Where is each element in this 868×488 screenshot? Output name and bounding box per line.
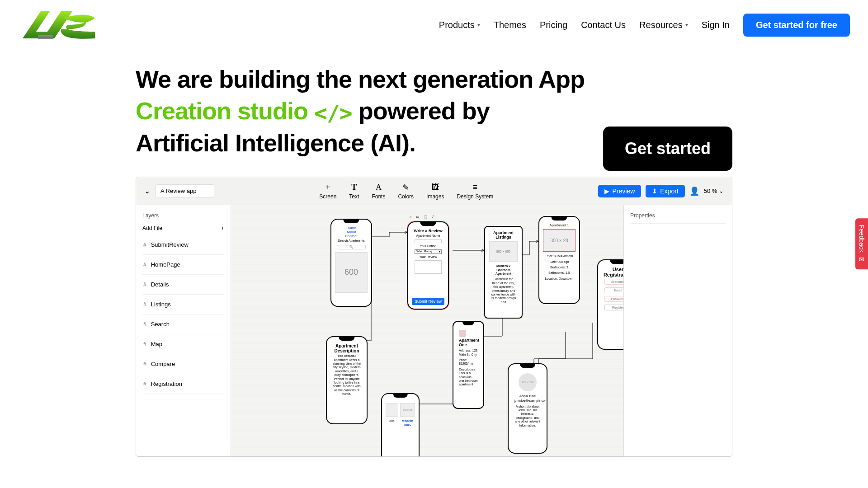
logo[interactable] [18,9,99,41]
screen-profile[interactable]: 320 × 320 John Doe johndoe@example.com A… [508,363,547,454]
mini-tool[interactable]: ⎌ [410,215,411,219]
list-icon: ≡ [473,183,478,192]
preview-button[interactable]: ▶Preview [598,185,641,197]
nav-resources[interactable]: Resources▾ [639,20,688,30]
layer-item[interactable]: #Registration [142,374,224,394]
image-placeholder: 800 × 600 [489,241,517,262]
screen-compare[interactable]: Apartment 1 300 × 20 Price: $1500/month … [538,216,580,304]
hash-icon: # [143,301,146,308]
detail-line: Price: $1500/month [543,253,576,259]
chevron-down-icon: ▾ [685,22,688,28]
hash-icon: # [143,341,146,347]
text-field: Username [604,279,623,285]
svg-rect-3 [38,38,53,39]
layer-item[interactable]: #Details [142,275,224,295]
screen-homepage[interactable]: HomeAboutContact Search Apartments 🔍 600 [330,219,372,307]
download-icon: ⬇ [652,188,657,195]
text-field: Password [604,296,623,302]
screen-submitreview[interactable]: Write a Review Apartment Name Your Ratin… [407,221,449,310]
layers-header: Layers [142,210,224,221]
thumbnail [459,330,466,337]
play-icon: ▶ [604,188,609,195]
layer-item[interactable]: #Compare [142,354,224,374]
screen-title: Apartment 1 [543,223,576,227]
code-icon: </> [314,100,352,126]
text-icon: T [351,183,357,192]
hash-icon: # [143,361,146,367]
image-placeholder: 300 × 20 [543,229,576,252]
image-icon: 🖼 [431,183,439,192]
layer-item[interactable]: #Map [142,334,224,354]
listing-name: Modern 2 Bedroom Apartment [488,263,519,277]
label: ous [386,418,398,424]
tool-images[interactable]: 🖼Images [426,183,444,200]
mini-tool[interactable]: ⤴ [432,215,434,219]
profile-bio: A short bio about John Doe, his interest… [512,404,543,428]
screen-title: User Registration [602,267,623,277]
editor-screenshot: ⌄ +Screen TText AFonts ✎Colors 🖼Images ≡… [136,177,732,457]
svg-rect-2 [38,35,53,37]
select-field: Select Rating▾ [415,249,442,254]
layer-item[interactable]: #HomePage [142,255,224,275]
export-button[interactable]: ⬇Export [646,185,684,197]
nav-themes[interactable]: Themes [494,20,526,30]
profile-email: johndoe@example.com [512,398,543,404]
hash-icon: # [143,381,146,387]
tool-design-system[interactable]: ≡Design System [457,183,493,200]
plus-icon: + [221,225,224,231]
mini-tool[interactable]: 🗀 [416,215,419,219]
layer-item[interactable]: #SubmitReview [142,235,224,255]
profile-name: John Doe [512,394,543,398]
screen-apartment-one[interactable]: Apartment One Address: 123 Main St, City… [453,321,484,409]
field-label: Apartment Name [412,233,444,239]
search-label: Search Apartments [335,238,368,244]
screen-registration[interactable]: User Registration Username Email Passwor… [597,259,623,350]
hash-icon: # [143,262,146,268]
project-name-input[interactable] [156,184,214,197]
listing-desc: Located in the heart of the city, this a… [488,277,519,305]
chevron-down-icon: ▾ [477,22,480,28]
tool-colors[interactable]: ✎Colors [398,183,414,200]
screen-title: Apartment One [457,337,480,348]
detail-line: Bedrooms: 2 [543,265,576,270]
field-label: Your Review [412,254,444,260]
nav-signin[interactable]: Sign In [702,20,730,30]
screen-title: Apartment Listings [488,230,519,239]
brush-icon: ✎ [402,183,409,192]
layer-item[interactable]: #Listings [142,295,224,314]
text-field [415,239,442,243]
image-placeholder: pst × ist [400,403,415,417]
screen-listings[interactable]: Apartment Listings 800 × 600 Modern 2 Be… [484,226,523,319]
add-file-button[interactable]: Add File+ [142,221,224,235]
image-placeholder: 600 [335,252,368,293]
plus-icon: + [326,183,330,192]
screen-details[interactable]: Apartment Description This beautiful apa… [326,336,368,424]
properties-header: Properties [630,210,726,224]
tool-screen[interactable]: +Screen [319,183,336,200]
image-placeholder [386,403,398,417]
nav-links: HomeAboutContact [335,226,368,238]
screen-partial[interactable]: ous pst × ist Modern one- [381,393,420,456]
project-dropdown-icon[interactable]: ⌄ [144,187,150,195]
fonts-icon: A [376,183,382,192]
search-icon: 🔍 [337,245,366,249]
text-field: Email [604,287,623,293]
layer-item[interactable]: #Search [142,314,224,334]
tool-fonts[interactable]: AFonts [372,183,385,200]
nav-products[interactable]: Products▾ [439,20,480,30]
nav-cta-button[interactable]: Get started for free [743,14,850,37]
tool-text[interactable]: TText [349,183,359,200]
user-icon[interactable]: 👤 [689,186,699,196]
nav-contact[interactable]: Contact Us [581,20,626,30]
hash-icon: # [143,282,146,288]
mini-tool[interactable]: 📋 [424,215,428,219]
desc-text: This beautiful apartment offers a stunni… [330,353,363,397]
hash-icon: # [143,321,146,328]
nav-pricing[interactable]: Pricing [540,20,567,30]
feedback-icon: ✉ [859,256,864,263]
hero-cta-button[interactable]: Get started [603,127,732,171]
detail-line: Size: 900 sqft [543,259,576,265]
zoom-select[interactable]: 50 % ⌄ [704,188,724,194]
screen-title: Apartment Description [330,343,363,353]
feedback-tab[interactable]: Feedback ✉ [855,218,868,269]
